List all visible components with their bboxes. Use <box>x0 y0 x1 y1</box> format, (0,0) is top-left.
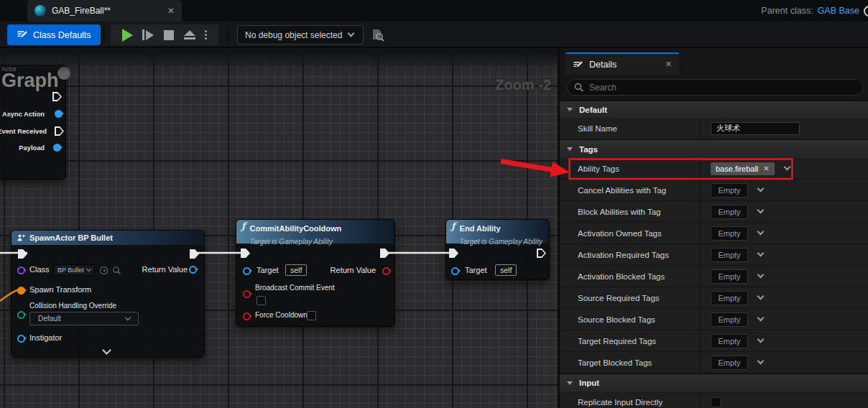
toolbar: Class Defaults No debug object selected <box>0 22 868 48</box>
section-default[interactable]: Default <box>560 101 868 118</box>
stop-button[interactable] <box>164 30 174 40</box>
expand-node-chevron[interactable] <box>102 346 111 355</box>
chevron-down-icon[interactable] <box>757 207 765 214</box>
parent-class-link[interactable]: GAB Base <box>818 6 859 16</box>
class-defaults-label: Class Defaults <box>33 30 91 40</box>
asset-tab[interactable]: GAB_FireBall** ✕ <box>27 0 182 22</box>
broadcast-pin[interactable] <box>243 290 251 298</box>
collision-dropdown-value: Default <box>38 315 61 323</box>
exec-out-pin[interactable] <box>52 92 62 101</box>
chevron-down-icon[interactable] <box>757 250 765 257</box>
tab-close-icon[interactable]: ✕ <box>167 6 175 16</box>
target-pin[interactable] <box>243 267 251 275</box>
exec-out-pin[interactable] <box>380 249 389 258</box>
chevron-down-icon[interactable] <box>757 228 765 236</box>
blueprint-graph[interactable]: Async Action Event Received Payload Acto… <box>0 48 558 408</box>
node-title: SpawnActor BP Bullet <box>29 233 113 242</box>
collapse-arrow-icon <box>567 381 573 385</box>
class-defaults-button[interactable]: Class Defaults <box>7 24 101 45</box>
class-dropdown[interactable]: BP Bullet <box>53 264 95 276</box>
play-button[interactable] <box>122 29 133 42</box>
empty-tag-dropdown[interactable]: Empty <box>711 334 748 348</box>
self-value: self <box>285 264 307 276</box>
force-cooldown-pin[interactable] <box>243 312 251 320</box>
force-cooldown-checkbox[interactable] <box>307 311 316 320</box>
return-value-pin[interactable] <box>189 266 197 274</box>
chevron-down-icon[interactable] <box>757 315 765 322</box>
property-label: Target Required Tags <box>560 330 701 352</box>
details-search[interactable]: Search <box>567 79 864 96</box>
section-tags[interactable]: Tags <box>560 139 868 158</box>
browse-icon[interactable] <box>112 266 121 275</box>
class-pin[interactable] <box>17 266 25 274</box>
empty-tag-dropdown[interactable]: Empty <box>711 291 748 305</box>
property-label: Target Blocked Tags <box>560 352 701 374</box>
instigator-pin[interactable] <box>17 335 25 343</box>
replicate-checkbox[interactable] <box>711 397 721 407</box>
eject-button[interactable] <box>184 30 195 40</box>
remove-tag-icon[interactable]: ✕ <box>763 164 769 172</box>
empty-tag-dropdown[interactable]: Empty <box>711 269 748 284</box>
ability-tag-chip[interactable]: base.fireball ✕ <box>711 162 775 175</box>
use-selected-icon[interactable] <box>99 266 108 275</box>
spawn-transform-pin[interactable] <box>17 287 25 295</box>
class-dropdown-value: BP Bullet <box>57 266 84 274</box>
details-close-icon[interactable]: ✕ <box>665 60 672 69</box>
function-icon: ƒ <box>241 221 246 231</box>
empty-tag-dropdown[interactable]: Empty <box>711 312 748 327</box>
step-button[interactable] <box>142 29 154 40</box>
end-ability-node[interactable]: ƒ End Ability Target is Gameplay Ability… <box>445 219 550 280</box>
section-label: Tags <box>579 145 598 154</box>
self-value: self <box>495 264 517 276</box>
node-title: CommitAbilityCooldown <box>250 224 342 233</box>
separator <box>227 26 228 44</box>
class-circle-icon <box>864 6 868 17</box>
target-pin[interactable] <box>451 267 459 275</box>
return-value-pin[interactable] <box>382 267 390 275</box>
edit-pen-icon <box>17 29 27 40</box>
tag-row: Source Required Tags Empty <box>560 287 868 309</box>
tag-row: Block Abilities with Tag Empty <box>560 201 868 223</box>
commit-cooldown-node[interactable]: ƒ CommitAbilityCooldown Target is Gamepl… <box>236 219 395 327</box>
chevron-down-icon[interactable] <box>757 293 765 300</box>
tab-strip: GAB_FireBall** ✕ Parent class: GAB Base <box>0 0 868 22</box>
exec-in-pin[interactable] <box>18 249 27 259</box>
exec-in-pin[interactable] <box>241 249 250 258</box>
exec-out-pin[interactable] <box>190 249 199 259</box>
debug-object-dropdown[interactable]: No debug object selected <box>237 25 364 45</box>
pin-label: Return Value <box>331 266 376 274</box>
play-controls <box>111 24 218 45</box>
spawnactor-node[interactable]: SpawnActor BP Bullet Class BP Bullet Ret… <box>11 230 205 358</box>
empty-tag-dropdown[interactable]: Empty <box>711 183 748 198</box>
chevron-down-icon[interactable] <box>783 164 790 171</box>
broadcast-checkbox[interactable] <box>257 296 266 305</box>
details-tab[interactable]: Details ✕ <box>565 52 679 75</box>
property-label: Source Required Tags <box>560 287 701 309</box>
exec-out-pin[interactable] <box>55 126 64 136</box>
details-pen-icon <box>573 60 583 70</box>
delegate-pin[interactable] <box>55 110 63 118</box>
empty-tag-dropdown[interactable]: Empty <box>711 205 748 219</box>
collision-dropdown[interactable]: Default <box>29 312 139 325</box>
empty-tag-dropdown[interactable]: Empty <box>711 356 748 370</box>
tag-row: Cancel Abilities with Tag Empty <box>560 180 868 201</box>
section-input[interactable]: Input <box>560 374 868 391</box>
find-in-blueprint-icon[interactable] <box>370 27 385 42</box>
node-header: ƒ End Ability Target is Gameplay Ability <box>446 220 549 244</box>
separator <box>103 27 104 43</box>
pin-label: Payload <box>19 144 45 152</box>
collision-pin[interactable] <box>17 311 25 319</box>
exec-out-pin[interactable] <box>537 249 546 258</box>
chevron-down-icon[interactable] <box>757 272 765 279</box>
data-pin[interactable] <box>53 144 61 152</box>
exec-in-pin[interactable] <box>449 249 458 258</box>
chevron-down-icon[interactable] <box>757 185 765 193</box>
property-label: Cancel Abilities with Tag <box>560 180 701 201</box>
more-options-button[interactable] <box>205 30 207 40</box>
empty-tag-dropdown[interactable]: Empty <box>711 248 748 262</box>
chevron-down-icon[interactable] <box>757 336 765 343</box>
tag-row: Activation Required Tags Empty <box>560 244 868 266</box>
empty-tag-dropdown[interactable]: Empty <box>711 226 748 241</box>
chevron-down-icon[interactable] <box>757 358 765 365</box>
skill-name-input[interactable]: 火球术 <box>711 122 800 135</box>
